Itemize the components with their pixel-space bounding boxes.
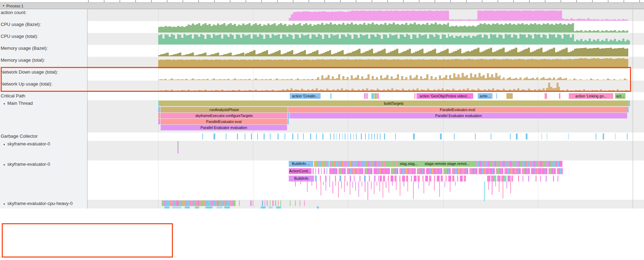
gc-slice[interactable] bbox=[413, 134, 415, 139]
gc-slice[interactable] bbox=[350, 134, 351, 139]
trace-slice[interactable] bbox=[300, 182, 301, 184]
trace-slice[interactable] bbox=[341, 182, 342, 189]
trace-slice[interactable] bbox=[315, 168, 316, 174]
trace-slice[interactable] bbox=[326, 182, 326, 191]
trace-slice[interactable] bbox=[429, 182, 429, 186]
trace-slice[interactable] bbox=[525, 168, 527, 174]
trace-slice[interactable] bbox=[504, 176, 506, 182]
trace-slice[interactable] bbox=[300, 200, 300, 206]
trace-slice[interactable] bbox=[492, 182, 492, 195]
trace-slice[interactable]: skyframeExecutor.configureTargets bbox=[161, 113, 287, 118]
gc-slice[interactable] bbox=[257, 134, 258, 139]
trace-slice[interactable] bbox=[455, 182, 456, 186]
trace-slice[interactable] bbox=[414, 168, 416, 174]
gc-slice[interactable] bbox=[285, 134, 285, 139]
trace-slice[interactable] bbox=[450, 182, 450, 192]
trace-slice[interactable] bbox=[350, 168, 352, 174]
trace-slice[interactable] bbox=[352, 182, 353, 188]
trace-slice[interactable] bbox=[400, 182, 400, 196]
trace-slice[interactable] bbox=[462, 168, 464, 174]
trace-slice[interactable] bbox=[523, 176, 523, 182]
trace-slice[interactable] bbox=[528, 168, 530, 174]
trace-slice[interactable] bbox=[370, 168, 372, 174]
trace-slice[interactable] bbox=[374, 93, 377, 99]
gc-slice[interactable] bbox=[516, 134, 518, 139]
trace-slice[interactable] bbox=[278, 200, 279, 206]
trace-slice[interactable] bbox=[323, 182, 324, 185]
trace-slice[interactable] bbox=[496, 93, 497, 99]
trace-slice[interactable] bbox=[344, 182, 345, 192]
gc-slice[interactable] bbox=[395, 134, 396, 139]
trace-slice[interactable] bbox=[371, 182, 372, 189]
trace-slice[interactable]: Parallel Evaluator evaluation bbox=[290, 113, 627, 118]
trace-slice[interactable] bbox=[177, 146, 178, 153]
gc-slice[interactable] bbox=[627, 134, 628, 139]
gc-slice[interactable] bbox=[336, 134, 337, 139]
trace-slice[interactable]: actio... bbox=[478, 93, 492, 99]
trace-slice[interactable] bbox=[422, 176, 424, 182]
trace-slice[interactable]: act... bbox=[615, 93, 625, 99]
trace-slice[interactable] bbox=[506, 182, 507, 189]
trace-slice[interactable] bbox=[546, 176, 547, 182]
gc-slice[interactable] bbox=[278, 134, 279, 139]
gc-slice[interactable] bbox=[237, 134, 238, 139]
trace-slice[interactable] bbox=[560, 168, 562, 174]
collapse-triangle-icon[interactable]: ▾ bbox=[4, 143, 5, 146]
trace-slice[interactable] bbox=[549, 168, 552, 174]
trace-slice[interactable] bbox=[382, 161, 383, 167]
collapse-triangle-icon[interactable]: ▾ bbox=[4, 163, 5, 166]
track-label-skyframe-evaluator-0[interactable]: ▾skyframe-evaluator-0 bbox=[4, 142, 50, 147]
gc-slice[interactable] bbox=[371, 134, 372, 139]
trace-slice[interactable] bbox=[407, 176, 408, 182]
gc-slice[interactable] bbox=[345, 134, 345, 139]
counter-chart-mem-bazel[interactable] bbox=[158, 48, 628, 56]
trace-slice[interactable] bbox=[313, 168, 314, 174]
trace-slice[interactable] bbox=[444, 182, 445, 187]
trace-slice[interactable] bbox=[364, 93, 365, 99]
trace-slice[interactable] bbox=[396, 161, 397, 167]
trace-slice[interactable] bbox=[493, 168, 495, 174]
trace-slice[interactable] bbox=[362, 182, 362, 186]
trace-slice[interactable] bbox=[402, 168, 405, 174]
trace-slice[interactable] bbox=[369, 176, 370, 182]
gc-slice[interactable] bbox=[361, 134, 362, 139]
trace-slice[interactable] bbox=[627, 107, 629, 112]
collapse-triangle-icon[interactable]: ▾ bbox=[4, 203, 5, 206]
trace-slice[interactable] bbox=[545, 168, 547, 174]
trace-slice[interactable] bbox=[507, 168, 510, 174]
trace-slice[interactable] bbox=[536, 176, 537, 182]
trace-slice[interactable]: action 'GenObjcProtos video/... bbox=[416, 93, 473, 99]
trace-slice[interactable] bbox=[208, 200, 210, 206]
trace-slice[interactable] bbox=[287, 119, 289, 124]
trace-slice[interactable] bbox=[307, 182, 308, 192]
trace-slice[interactable] bbox=[371, 93, 374, 99]
trace-slice[interactable] bbox=[388, 182, 389, 193]
trace-slice[interactable] bbox=[316, 182, 317, 189]
trace-slice[interactable] bbox=[320, 176, 321, 182]
trace-slice[interactable] bbox=[312, 182, 312, 186]
trace-slice[interactable] bbox=[387, 161, 388, 167]
trace-slice[interactable] bbox=[413, 182, 414, 199]
gc-slice[interactable] bbox=[298, 134, 298, 139]
trace-slice[interactable] bbox=[332, 168, 335, 174]
gc-slice[interactable] bbox=[615, 134, 616, 139]
collapse-triangle-icon[interactable]: ▾ bbox=[4, 102, 5, 105]
trace-slice[interactable] bbox=[295, 182, 296, 186]
gc-slice[interactable] bbox=[270, 134, 271, 139]
trace-slice[interactable] bbox=[465, 176, 466, 182]
trace-slice[interactable] bbox=[384, 176, 385, 182]
gc-slice[interactable] bbox=[214, 134, 215, 139]
trace-slice[interactable] bbox=[384, 161, 385, 167]
trace-slice[interactable] bbox=[419, 176, 420, 182]
trace-slice[interactable] bbox=[510, 176, 511, 182]
trace-slice[interactable] bbox=[335, 176, 336, 182]
trace-slice[interactable] bbox=[295, 200, 296, 206]
trace-slice[interactable] bbox=[503, 182, 503, 198]
trace-slice[interactable] bbox=[355, 182, 356, 191]
trace-slice[interactable] bbox=[502, 168, 503, 174]
trace-slice[interactable] bbox=[510, 182, 511, 193]
trace-slice[interactable] bbox=[158, 119, 160, 124]
trace-slice[interactable] bbox=[495, 182, 496, 186]
gc-slice[interactable] bbox=[342, 134, 343, 139]
trace-slice[interactable] bbox=[335, 168, 337, 174]
